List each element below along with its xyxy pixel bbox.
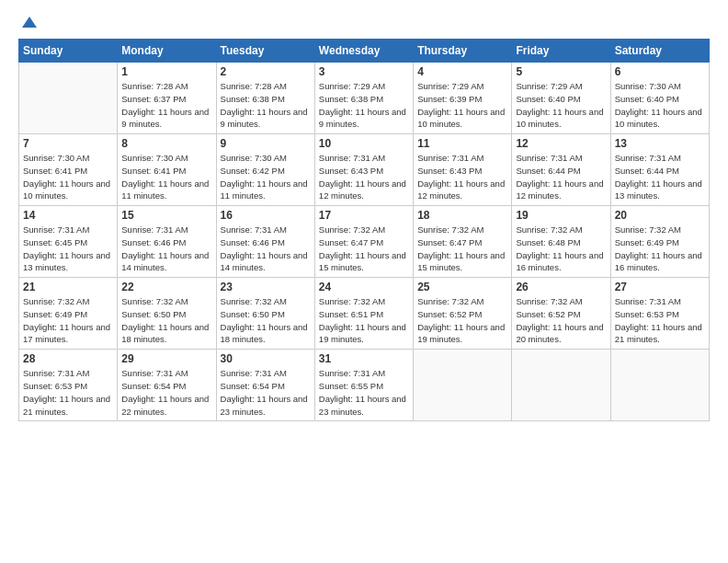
sunrise: Sunrise: 7:31 AM (516, 153, 582, 163)
daylight: Daylight: 11 hours and 20 minutes. (516, 322, 603, 345)
calendar-cell: 18Sunrise: 7:32 AMSunset: 6:47 PMDayligh… (414, 206, 512, 278)
sunset: Sunset: 6:41 PM (121, 166, 186, 176)
calendar-cell: 1Sunrise: 7:28 AMSunset: 6:37 PMDaylight… (118, 63, 216, 134)
day-number: 1 (121, 65, 211, 78)
day-number: 25 (417, 281, 507, 293)
daylight: Daylight: 11 hours and 22 minutes. (121, 394, 209, 417)
day-info: Sunrise: 7:32 AMSunset: 6:48 PMDaylight:… (516, 224, 606, 274)
sunrise: Sunrise: 7:31 AM (121, 224, 188, 235)
daylight: Daylight: 11 hours and 14 minutes. (221, 250, 308, 273)
daylight: Daylight: 11 hours and 18 minutes. (221, 322, 308, 345)
daylight: Daylight: 11 hours and 9 minutes. (319, 107, 406, 130)
weekday-thursday: Thursday (414, 40, 512, 63)
daylight: Daylight: 11 hours and 13 minutes. (23, 250, 110, 273)
sunset: Sunset: 6:54 PM (221, 381, 285, 391)
day-info: Sunrise: 7:32 AMSunset: 6:49 PMDaylight:… (615, 224, 705, 274)
sunrise: Sunrise: 7:31 AM (121, 368, 188, 378)
sunset: Sunset: 6:40 PM (615, 94, 679, 104)
day-info: Sunrise: 7:31 AMSunset: 6:53 PMDaylight:… (615, 295, 705, 346)
week-row-1: 7Sunrise: 7:30 AMSunset: 6:41 PMDaylight… (19, 134, 710, 206)
calendar-cell: 22Sunrise: 7:32 AMSunset: 6:50 PMDayligh… (118, 278, 216, 350)
sunrise: Sunrise: 7:31 AM (615, 296, 681, 306)
sunrise: Sunrise: 7:30 AM (23, 153, 89, 163)
sunset: Sunset: 6:47 PM (319, 237, 383, 247)
sunrise: Sunrise: 7:30 AM (221, 153, 287, 163)
sunset: Sunset: 6:52 PM (516, 309, 580, 319)
calendar-body: 1Sunrise: 7:28 AMSunset: 6:37 PMDaylight… (19, 63, 710, 421)
sunrise: Sunrise: 7:32 AM (516, 224, 582, 235)
sunset: Sunset: 6:52 PM (417, 309, 482, 319)
daylight: Daylight: 11 hours and 13 minutes. (615, 178, 702, 201)
sunrise: Sunrise: 7:30 AM (615, 81, 681, 91)
svg-marker-0 (22, 17, 37, 28)
calendar-cell: 28Sunrise: 7:31 AMSunset: 6:53 PMDayligh… (19, 350, 118, 421)
day-info: Sunrise: 7:32 AMSunset: 6:52 PMDaylight:… (417, 295, 507, 346)
day-number: 13 (615, 137, 705, 150)
daylight: Daylight: 11 hours and 9 minutes. (121, 107, 209, 130)
day-number: 28 (23, 352, 113, 365)
daylight: Daylight: 11 hours and 10 minutes. (23, 178, 110, 201)
day-number: 15 (121, 209, 211, 222)
daylight: Daylight: 11 hours and 10 minutes. (615, 107, 702, 130)
day-info: Sunrise: 7:31 AMSunset: 6:54 PMDaylight:… (121, 367, 211, 418)
sunrise: Sunrise: 7:28 AM (221, 81, 287, 91)
day-number: 14 (23, 209, 113, 222)
weekday-header: SundayMondayTuesdayWednesdayThursdayFrid… (19, 40, 710, 63)
day-info: Sunrise: 7:30 AMSunset: 6:41 PMDaylight:… (121, 152, 211, 202)
daylight: Daylight: 11 hours and 21 minutes. (615, 322, 702, 345)
sunset: Sunset: 6:50 PM (221, 309, 285, 319)
day-info: Sunrise: 7:31 AMSunset: 6:46 PMDaylight:… (221, 224, 311, 274)
sunrise: Sunrise: 7:32 AM (417, 224, 483, 235)
daylight: Daylight: 11 hours and 16 minutes. (516, 250, 603, 273)
day-number: 21 (23, 281, 113, 293)
daylight: Daylight: 11 hours and 23 minutes. (319, 394, 406, 417)
logo (18, 15, 39, 29)
calendar-cell: 5Sunrise: 7:29 AMSunset: 6:40 PMDaylight… (512, 63, 610, 134)
calendar-cell: 4Sunrise: 7:29 AMSunset: 6:39 PMDaylight… (414, 63, 512, 134)
day-number: 22 (121, 281, 211, 293)
calendar-cell: 8Sunrise: 7:30 AMSunset: 6:41 PMDaylight… (118, 134, 216, 206)
sunrise: Sunrise: 7:31 AM (23, 368, 89, 378)
sunset: Sunset: 6:44 PM (516, 166, 580, 176)
sunset: Sunset: 6:53 PM (615, 309, 679, 319)
sunset: Sunset: 6:51 PM (319, 309, 383, 319)
daylight: Daylight: 11 hours and 9 minutes. (221, 107, 308, 130)
day-number: 23 (221, 281, 311, 293)
day-info: Sunrise: 7:28 AMSunset: 6:38 PMDaylight:… (221, 80, 311, 131)
day-number: 6 (615, 65, 705, 78)
sunrise: Sunrise: 7:32 AM (516, 296, 582, 306)
daylight: Daylight: 11 hours and 18 minutes. (121, 322, 209, 345)
day-number: 24 (319, 281, 409, 293)
day-info: Sunrise: 7:32 AMSunset: 6:49 PMDaylight:… (23, 295, 113, 346)
day-info: Sunrise: 7:32 AMSunset: 6:50 PMDaylight:… (121, 295, 211, 346)
sunset: Sunset: 6:41 PM (23, 166, 87, 176)
calendar-cell: 15Sunrise: 7:31 AMSunset: 6:46 PMDayligh… (118, 206, 216, 278)
calendar-cell: 31Sunrise: 7:31 AMSunset: 6:55 PMDayligh… (314, 350, 413, 421)
sunset: Sunset: 6:46 PM (221, 237, 285, 247)
daylight: Daylight: 11 hours and 21 minutes. (23, 394, 110, 417)
calendar-cell (512, 350, 610, 421)
weekday-sunday: Sunday (19, 40, 118, 63)
calendar-cell (19, 63, 118, 134)
daylight: Daylight: 11 hours and 11 minutes. (221, 178, 308, 201)
sunrise: Sunrise: 7:30 AM (121, 153, 188, 163)
daylight: Daylight: 11 hours and 14 minutes. (121, 250, 209, 273)
sunrise: Sunrise: 7:31 AM (615, 153, 681, 163)
calendar-cell: 14Sunrise: 7:31 AMSunset: 6:45 PMDayligh… (19, 206, 118, 278)
calendar-cell: 11Sunrise: 7:31 AMSunset: 6:43 PMDayligh… (414, 134, 512, 206)
week-row-3: 21Sunrise: 7:32 AMSunset: 6:49 PMDayligh… (19, 278, 710, 350)
daylight: Daylight: 11 hours and 19 minutes. (319, 322, 406, 345)
sunset: Sunset: 6:53 PM (23, 381, 87, 391)
day-info: Sunrise: 7:29 AMSunset: 6:38 PMDaylight:… (319, 80, 409, 131)
week-row-0: 1Sunrise: 7:28 AMSunset: 6:37 PMDaylight… (19, 63, 710, 134)
calendar-cell: 12Sunrise: 7:31 AMSunset: 6:44 PMDayligh… (512, 134, 610, 206)
sunset: Sunset: 6:39 PM (417, 94, 482, 104)
day-info: Sunrise: 7:29 AMSunset: 6:39 PMDaylight:… (417, 80, 507, 131)
day-number: 4 (417, 65, 507, 78)
sunrise: Sunrise: 7:32 AM (23, 296, 89, 306)
calendar-cell: 3Sunrise: 7:29 AMSunset: 6:38 PMDaylight… (314, 63, 413, 134)
sunset: Sunset: 6:50 PM (121, 309, 186, 319)
day-info: Sunrise: 7:31 AMSunset: 6:54 PMDaylight:… (221, 367, 311, 418)
calendar-cell: 26Sunrise: 7:32 AMSunset: 6:52 PMDayligh… (512, 278, 610, 350)
calendar-cell: 21Sunrise: 7:32 AMSunset: 6:49 PMDayligh… (19, 278, 118, 350)
